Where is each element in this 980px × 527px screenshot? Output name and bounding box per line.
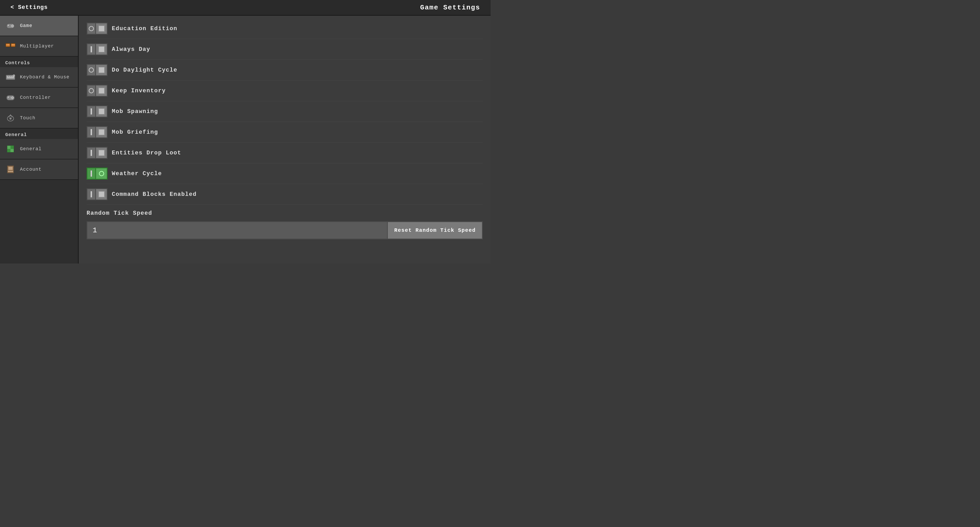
svg-point-3 [12,25,13,26]
always-day-toggle[interactable] [87,43,108,55]
sidebar-item-controller[interactable]: Controller [0,87,78,108]
always-day-toggle-right [96,43,108,55]
bar-icon [91,191,92,197]
sidebar: Game Multiplayer Controls [0,16,79,264]
svg-rect-31 [11,149,14,152]
svg-rect-10 [11,43,15,47]
weather-cycle-row: Weather Cycle [87,163,483,184]
svg-rect-12 [13,44,14,45]
svg-rect-2 [8,25,9,26]
circle-icon [89,88,94,93]
knob-icon [99,46,105,52]
mob-spawning-toggle-left [87,105,96,117]
sidebar-item-general-label: General [20,146,42,152]
sidebar-item-keyboard-mouse[interactable]: Keyboard & Mouse [0,67,78,87]
command-blocks-toggle-right [96,188,108,200]
do-daylight-cycle-toggle-left [87,64,96,76]
controls-section-label: Controls [0,57,78,67]
mob-spawning-toggle[interactable] [87,105,108,117]
general-section-label: General [0,129,78,139]
sidebar-item-touch[interactable]: Touch [0,108,78,129]
bar-icon [91,46,92,52]
sidebar-item-touch-label: Touch [20,115,35,121]
touch-icon [5,113,16,123]
svg-point-5 [13,25,14,27]
keep-inventory-row: Keep Inventory [87,81,483,101]
svg-point-6 [12,26,13,27]
controller2-icon [5,92,16,103]
header: < Settings Game Settings [0,0,491,16]
mob-griefing-toggle-right [96,126,108,138]
weather-cycle-toggle-right [96,168,108,179]
svg-rect-8 [6,44,8,45]
svg-point-24 [11,97,12,98]
sidebar-item-game[interactable]: Game [0,16,78,36]
multiplayer-icon [5,41,16,51]
weather-cycle-label: Weather Cycle [112,170,162,177]
knob-icon [99,87,105,94]
do-daylight-cycle-row: Do Daylight Cycle [87,60,483,81]
do-daylight-cycle-label: Do Daylight Cycle [112,67,177,73]
svg-point-19 [13,75,15,76]
education-edition-row: Education Edition [87,18,483,39]
mob-spawning-toggle-right [96,105,108,117]
mob-spawning-row: Mob Spawning [87,101,483,122]
keep-inventory-toggle[interactable] [87,85,108,97]
entities-drop-loot-toggle-left [87,147,96,159]
command-blocks-enabled-label: Command Blocks Enabled [112,191,197,198]
sidebar-item-general[interactable]: General [0,139,78,159]
always-day-label: Always Day [112,46,150,53]
command-blocks-enabled-row: Command Blocks Enabled [87,184,483,205]
svg-rect-9 [8,44,9,45]
svg-point-4 [11,25,12,27]
svg-rect-11 [12,44,13,45]
svg-point-26 [12,98,13,99]
command-blocks-toggle-left [87,188,96,200]
knob-icon [99,191,105,197]
always-day-row: Always Day [87,39,483,60]
bar-icon [91,108,92,114]
svg-rect-32 [7,149,11,152]
circle-icon [89,26,94,31]
main-layout: Game Multiplayer Controls [0,16,491,264]
sidebar-item-keyboard-mouse-label: Keyboard & Mouse [20,75,70,80]
keyboard-icon [5,72,16,83]
do-daylight-cycle-toggle[interactable] [87,64,108,76]
do-daylight-cycle-toggle-right [96,64,108,76]
mob-griefing-toggle[interactable] [87,126,108,138]
account-icon [5,164,16,175]
education-edition-toggle[interactable] [87,22,108,35]
weather-cycle-toggle-left [87,168,96,179]
mob-griefing-toggle-left [87,126,96,138]
svg-point-23 [12,97,13,98]
sidebar-item-account[interactable]: Account [0,159,78,180]
svg-point-25 [13,97,14,98]
sidebar-item-multiplayer[interactable]: Multiplayer [0,36,78,57]
keep-inventory-toggle-right [96,85,108,97]
entities-drop-loot-row: Entities Drop Loot [87,143,483,163]
education-edition-toggle-left [87,22,96,35]
sidebar-item-game-label: Game [20,23,32,28]
keep-inventory-label: Keep Inventory [112,87,166,94]
svg-rect-14 [7,76,8,77]
tick-speed-input[interactable] [87,221,388,240]
svg-rect-15 [9,76,10,77]
reset-random-tick-speed-button[interactable]: Reset Random Tick Speed [388,221,483,240]
command-blocks-enabled-toggle[interactable] [87,188,108,200]
bar-icon [91,129,92,135]
bar-icon [91,170,92,177]
svg-rect-36 [8,171,13,172]
mob-griefing-row: Mob Griefing [87,122,483,143]
knob-icon [99,108,105,114]
keep-inventory-toggle-left [87,85,96,97]
back-button[interactable]: < Settings [11,4,48,11]
entities-drop-loot-toggle[interactable] [87,147,108,159]
weather-cycle-toggle[interactable] [87,168,108,179]
controller-icon [5,21,16,31]
entities-drop-loot-toggle-right [96,147,108,159]
knob-icon [99,129,105,135]
circle-icon [89,67,94,73]
entities-drop-loot-label: Entities Drop Loot [112,150,181,156]
svg-rect-35 [8,167,13,170]
tick-speed-area: Reset Random Tick Speed [87,221,483,240]
